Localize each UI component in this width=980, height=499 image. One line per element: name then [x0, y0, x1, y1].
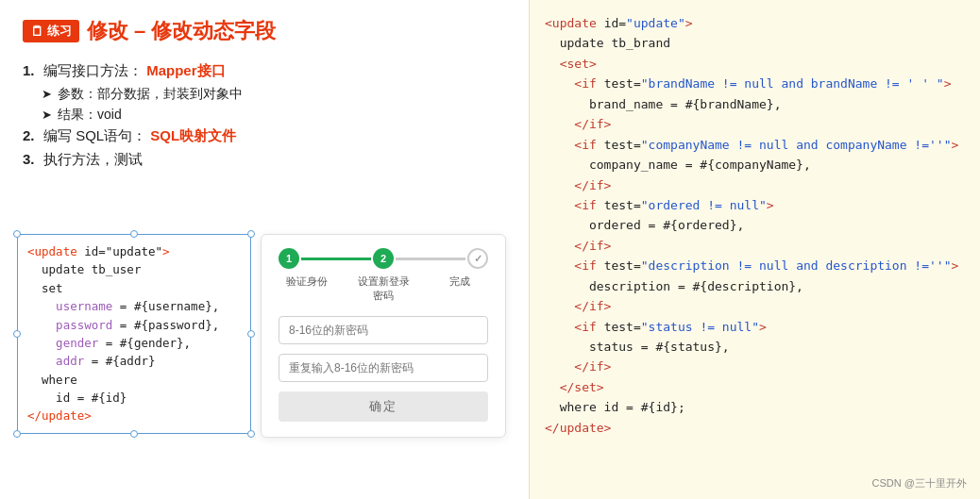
- code-line-5: password = #{password},: [27, 316, 241, 334]
- step-2: 2. 编写 SQL语句： SQL映射文件: [23, 127, 506, 145]
- step-line-1: [301, 258, 371, 260]
- code-line-3: set: [27, 279, 241, 297]
- step-circle-2: 2: [373, 248, 394, 269]
- step-label-3: 完成: [431, 274, 488, 303]
- code-right-line-21: </update>: [545, 418, 965, 438]
- code-line-1: <update id="update">: [27, 242, 241, 260]
- tag-label: 练习: [47, 23, 72, 40]
- code-right-line-12: </if>: [545, 236, 965, 256]
- step-3: 3. 执行方法，测试: [23, 151, 506, 169]
- code-right-line-7: <if test="companyName != null and compan…: [545, 135, 965, 155]
- new-password-input[interactable]: [279, 316, 488, 344]
- sub-result: ➤ 结果：void: [42, 107, 506, 124]
- tag-box: 🗒 练习: [23, 20, 79, 42]
- stepper: 1 2 ✓: [279, 248, 488, 269]
- confirm-button[interactable]: 确定: [279, 391, 488, 422]
- code-line-10: </update>: [27, 407, 241, 424]
- left-panel: 🗒 练习 修改 – 修改动态字段 1. 编写接口方法： Mapper接口 ➤ 参…: [0, 0, 529, 499]
- code-line-2: update tb_user: [27, 260, 241, 278]
- code-right-line-17: status = #{status},: [545, 337, 965, 357]
- code-right-line-6: </if>: [545, 114, 965, 134]
- right-panel: <update id="update"> update tb_brand <se…: [529, 0, 980, 499]
- code-right-line-4: <if test="brandName != null and brandNam…: [545, 74, 965, 93]
- step-labels: 验证身份 设置新登录密码 完成: [279, 274, 488, 303]
- header: 🗒 练习 修改 – 修改动态字段: [23, 17, 506, 45]
- code-right-line-2: update tb_brand: [545, 33, 965, 53]
- code-right-line-13: <if test="description != null and descri…: [545, 256, 965, 275]
- step-1: 1. 编写接口方法： Mapper接口: [23, 62, 506, 80]
- page-title: 修改 – 修改动态字段: [87, 17, 276, 45]
- code-line-9: id = #{id}: [27, 389, 241, 407]
- code-right-line-15: </if>: [545, 296, 965, 316]
- code-line-6: gender = #{gender},: [27, 334, 241, 352]
- confirm-password-input[interactable]: [279, 354, 488, 382]
- step-label-2: 设置新登录密码: [355, 274, 412, 303]
- steps-list: 1. 编写接口方法： Mapper接口 ➤ 参数：部分数据，封装到对象中 ➤ 结…: [23, 62, 506, 169]
- code-right-line-9: </if>: [545, 175, 965, 195]
- code-right-line-10: <if test="ordered != null">: [545, 195, 965, 215]
- code-right-line-16: <if test="status != null">: [545, 317, 965, 337]
- code-right-line-18: </if>: [545, 357, 965, 376]
- code-right-line-11: ordered = #{ordered},: [545, 215, 965, 235]
- code-box-left: <update id="update"> update tb_user set …: [17, 234, 251, 434]
- step-circle-1: 1: [279, 248, 299, 269]
- code-right-line-3: <set>: [545, 54, 965, 74]
- code-right-line-1: <update id="update">: [545, 13, 965, 33]
- code-right-line-19: </set>: [545, 377, 965, 397]
- step-circle-3: ✓: [467, 248, 488, 269]
- code-right-line-20: where id = #{id};: [545, 397, 965, 417]
- code-right-line-14: description = #{description},: [545, 276, 965, 296]
- sub-params: ➤ 参数：部分数据，封装到对象中: [42, 86, 506, 103]
- step-label-1: 验证身份: [279, 274, 335, 303]
- step-line-2: [396, 258, 465, 260]
- code-line-4: username = #{username},: [27, 297, 241, 315]
- wizard-panel: 1 2 ✓ 验证身份 设置新登录密码 完成 确定: [261, 234, 506, 438]
- code-right-line-8: company_name = #{companyName},: [545, 155, 965, 175]
- tag-icon: 🗒: [30, 24, 43, 39]
- code-line-7: addr = #{addr}: [27, 352, 241, 370]
- watermark: CSDN @三十里开外: [872, 474, 967, 491]
- code-line-8: where: [27, 371, 241, 389]
- code-right-line-5: brand_name = #{brandName},: [545, 94, 965, 114]
